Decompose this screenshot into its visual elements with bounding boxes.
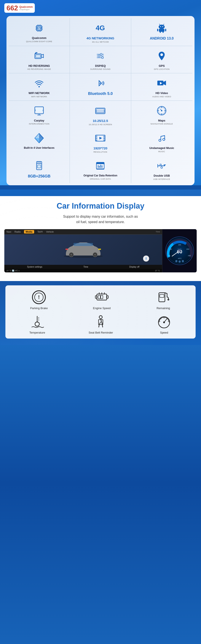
dash-system-settings: System settings	[27, 266, 42, 268]
svg-rect-25	[162, 31, 164, 33]
dash-time: Time	[84, 266, 88, 268]
nav-radio: Radio	[14, 230, 21, 233]
svg-point-139	[99, 316, 102, 319]
sd-icon	[33, 159, 46, 172]
feature-resolution: 1920*720 Resolution	[70, 128, 131, 156]
dash-temp-left: 27 °C 🔃 A/C ±	[6, 270, 20, 272]
pin-icon	[155, 50, 168, 62]
svg-rect-23	[165, 29, 166, 31]
hd-reversing-sub: HD REVERSING IMAGE	[28, 68, 51, 70]
engine-speed-label: Engine Speed	[93, 306, 111, 310]
dashboard-temp-row: 27 °C 🔃 A/C ± 27 °C	[4, 269, 162, 272]
nav-time: Time	[156, 231, 160, 233]
nav-vehicle: Vehicle	[46, 230, 54, 233]
speedometer-icon	[156, 314, 172, 329]
hd-video-title: HD Video	[156, 92, 168, 95]
feature-hd-video: HD Video AUDIO AND VIDEO	[131, 73, 192, 100]
svg-text:4G: 4G	[96, 24, 105, 32]
nav-tel: Tel/®	[38, 230, 43, 233]
dashboard-right: 160 200 240 80 40 km/h 00 -40°C	[162, 229, 197, 272]
svg-rect-83	[96, 162, 104, 164]
svg-point-151	[163, 322, 165, 323]
svg-point-37	[160, 54, 163, 56]
svg-point-16	[159, 25, 165, 29]
compass-icon	[155, 104, 168, 117]
feature-carplay: CarPlay Carplay INTERCONNECTION	[9, 101, 70, 128]
seatbelt-label: Seat Belt Reminder	[88, 331, 113, 334]
svg-point-117	[182, 260, 184, 262]
feature-bluetooth: Bluetooth 5.0	[70, 73, 131, 100]
nav-media: Media	[24, 230, 34, 234]
svg-line-145	[160, 321, 160, 322]
feature-cardata: Original Car Data Retention ORIGINAL CAR…	[70, 156, 131, 183]
svg-rect-127	[95, 296, 97, 298]
car-info-title: Car Information Display	[4, 202, 197, 210]
svg-rect-24	[160, 31, 161, 33]
storage-title: 8GB+256GB	[28, 174, 50, 179]
usb-sub: USB INTERFACE	[153, 178, 170, 180]
svg-marker-72	[100, 137, 102, 140]
feature-usb: Double USB USB INTERFACE	[131, 156, 192, 183]
svg-line-131	[165, 293, 167, 294]
feature-qualcomm: CPU Qualcomm QUALCOMM EIGHT-CORE	[9, 18, 70, 46]
builtin4-title: Built-in 4 User Interfaces	[24, 146, 54, 150]
feature-storage: 8GB+256GB	[9, 156, 70, 183]
svg-point-116	[178, 260, 181, 263]
4g-icon: 4G	[94, 22, 107, 34]
svg-rect-101	[98, 248, 101, 250]
svg-rect-22	[157, 29, 158, 31]
temperature-item: Temperature	[30, 314, 45, 334]
svg-point-38	[38, 86, 40, 87]
chip-brand-name: Qualcomm	[19, 6, 33, 8]
dashboard-content: i	[4, 234, 162, 265]
temperature-icon	[30, 314, 45, 329]
feature-builtin4: Built-in 4 User Interfaces	[9, 128, 70, 156]
bluetooth-icon	[94, 77, 107, 90]
dashboard-screenshot: Navi Radio Media Tel/® Vehicle Time	[4, 229, 197, 272]
svg-point-18	[162, 26, 163, 27]
maps-title: Maps	[158, 119, 165, 122]
hd-reversing-title: HD REVERSING	[28, 64, 50, 68]
bottom-background: Car Information Display Support to displ…	[0, 190, 201, 345]
svg-rect-27	[36, 55, 40, 58]
gps-title: GPS	[159, 64, 165, 68]
screen-sub: 10.25/12.5 HD SCREEN	[88, 124, 112, 126]
svg-rect-45	[36, 108, 42, 112]
svg-line-19	[159, 24, 160, 25]
svg-rect-102	[66, 248, 68, 250]
parking-brake-icon: !	[31, 290, 46, 305]
hd-video-sub: AUDIO AND VIDEO	[152, 96, 172, 98]
svg-text:-40°C: -40°C	[178, 258, 182, 259]
svg-text:200: 200	[186, 248, 189, 250]
gps-sub: GPS LOCATION	[154, 68, 170, 70]
parking-brake-label: Parking Brake	[30, 306, 48, 310]
qualcomm-title: Qualcomm	[32, 36, 46, 40]
feature-dsp: DSP/EQ SURROUND SOUND	[70, 46, 131, 73]
carplay-sub: INTERCONNECTION	[29, 123, 50, 125]
svg-text:160: 160	[178, 244, 181, 246]
icons-row-2: Temperature	[8, 314, 194, 334]
feature-wifi: WIFI NETWORK WIFI NETWORK	[9, 73, 70, 100]
svg-line-20	[163, 24, 164, 25]
svg-line-57	[160, 109, 162, 111]
svg-rect-123	[101, 295, 103, 299]
info-badge: i	[143, 256, 149, 262]
film-icon	[94, 132, 107, 144]
svg-rect-100	[74, 243, 93, 246]
builtin4-icon	[33, 132, 46, 144]
4g-sub: 4G ALL NETCOM	[92, 41, 109, 43]
maps-sub: NAVIGATION DONGLE	[151, 123, 173, 125]
dsp-sub: SURROUND SOUND	[90, 68, 110, 70]
feature-gps: GPS GPS LOCATION	[131, 46, 192, 73]
speed-label: Speed	[160, 331, 168, 334]
music-sub: MUSIC	[158, 150, 165, 153]
screen-icon	[94, 104, 107, 117]
engine-speed-icon	[94, 290, 109, 305]
dashboard-nav: Navi Radio Media Tel/® Vehicle Time	[4, 229, 162, 234]
wifi-title: WIFI NETWORK	[28, 92, 50, 95]
dash-temp-right: 27 °C	[155, 270, 160, 272]
cpu-icon: CPU	[33, 22, 46, 34]
eq-icon	[94, 50, 107, 62]
features-card: CPU Qualcomm QUALCOMM EIGHT-CORE 4G 4G N…	[6, 16, 194, 185]
music-icon	[155, 132, 168, 144]
